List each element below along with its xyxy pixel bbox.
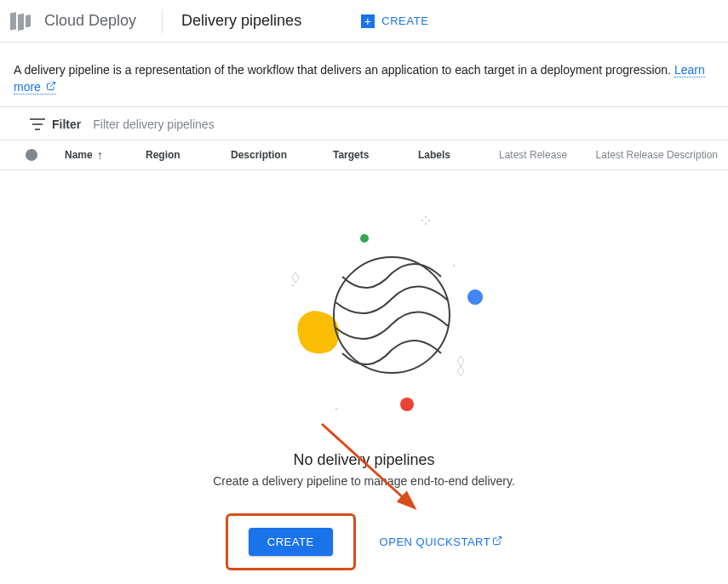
product-title: Cloud Deploy	[44, 9, 163, 33]
empty-actions: CREATE OPEN QUICKSTART	[0, 513, 728, 570]
column-region[interactable]: Region	[146, 149, 231, 161]
page-title: Delivery pipelines	[181, 12, 301, 30]
svg-rect-2	[26, 14, 31, 27]
svg-rect-6	[35, 129, 40, 130]
column-targets[interactable]: Targets	[333, 149, 418, 161]
column-labels[interactable]: Labels	[418, 149, 499, 161]
empty-illustration	[203, 204, 526, 434]
svg-point-11	[291, 283, 294, 286]
column-name[interactable]: Name ↑	[65, 148, 146, 162]
description-text: A delivery pipeline is a representation …	[0, 43, 728, 107]
create-button-top[interactable]: + CREATE	[361, 14, 428, 28]
svg-rect-4	[30, 118, 45, 120]
column-description[interactable]: Description	[231, 149, 333, 161]
svg-rect-0	[10, 12, 16, 30]
open-quickstart-link[interactable]: OPEN QUICKSTART	[380, 535, 503, 548]
empty-title: No delivery pipelines	[0, 451, 728, 469]
filter-bar: Filter	[0, 107, 728, 140]
svg-point-7	[425, 216, 427, 218]
column-latest-release[interactable]: Latest Release	[499, 149, 593, 161]
svg-rect-5	[32, 123, 43, 125]
external-link-icon	[492, 535, 502, 548]
product-icon	[7, 9, 32, 34]
external-link-icon	[46, 82, 56, 94]
top-bar: Cloud Deploy Delivery pipelines + CREATE	[0, 0, 728, 43]
column-latest-release-description[interactable]: Latest Release Description	[593, 149, 728, 161]
create-label: CREATE	[381, 14, 428, 27]
svg-point-14	[360, 234, 369, 243]
empty-state: No delivery pipelines Create a delivery …	[0, 204, 728, 570]
description-body: A delivery pipeline is a representation …	[14, 63, 674, 77]
svg-point-13	[452, 264, 455, 266]
svg-point-9	[428, 220, 430, 221]
filter-icon	[30, 118, 45, 130]
create-button-main[interactable]: CREATE	[249, 528, 333, 556]
svg-point-8	[421, 220, 423, 221]
select-all-indicator[interactable]	[26, 149, 37, 161]
table-header: Name ↑ Region Description Targets Labels…	[0, 140, 728, 170]
highlight-annotation: CREATE	[226, 513, 356, 570]
svg-rect-1	[18, 13, 24, 30]
filter-input[interactable]	[93, 117, 714, 131]
svg-point-12	[335, 407, 337, 409]
svg-line-3	[50, 83, 55, 88]
svg-point-16	[400, 398, 414, 411]
svg-line-17	[496, 536, 502, 541]
plus-icon: +	[361, 14, 375, 28]
svg-point-10	[425, 223, 427, 225]
quickstart-label: OPEN QUICKSTART	[380, 535, 491, 548]
filter-label: Filter	[52, 117, 81, 131]
empty-subtitle: Create a delivery pipeline to manage end…	[0, 474, 728, 488]
column-name-label: Name	[65, 149, 93, 161]
sort-ascending-icon: ↑	[97, 148, 103, 162]
